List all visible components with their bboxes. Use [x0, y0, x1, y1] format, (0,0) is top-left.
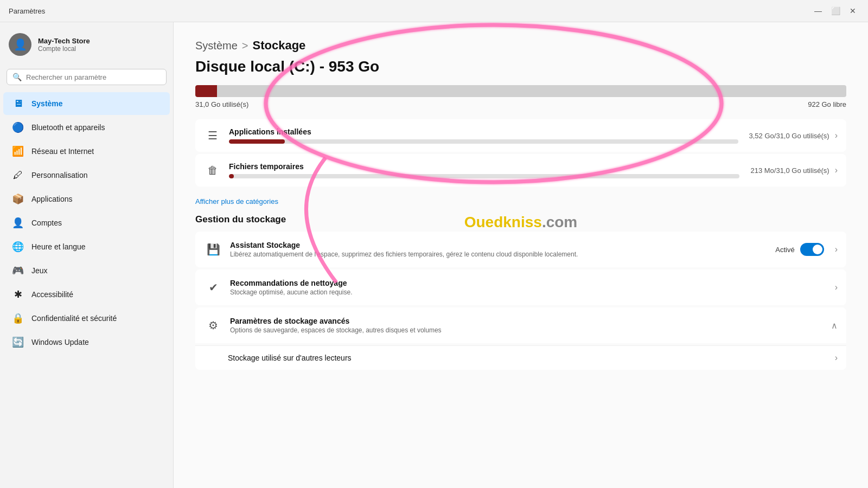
search-box[interactable]: 🔍 — [7, 69, 167, 85]
personalization-icon: 🖊 — [12, 169, 24, 181]
assistant-sub: Libérez automatiquement de l'espace, sup… — [230, 251, 775, 258]
avatar: 👤 — [9, 33, 31, 56]
sidebar-item-jeux[interactable]: 🎮 Jeux — [3, 259, 170, 282]
sidebar-item-bluetooth[interactable]: 🔵 Bluetooth et appareils — [3, 116, 170, 139]
params-avances-sub: Options de sauvegarde, espaces de stocka… — [230, 326, 826, 334]
apps-icon: 📦 — [12, 193, 24, 205]
show-more-label: Afficher plus de catégories — [195, 197, 278, 206]
recommandations-item[interactable]: ✔ Recommandations de nettoyage Stockage … — [195, 269, 846, 305]
apps-installed-bar — [229, 139, 738, 144]
sidebar-item-label: Windows Update — [31, 338, 89, 346]
update-icon: 🔄 — [12, 336, 24, 348]
maximize-button[interactable]: ⬜ — [829, 4, 842, 17]
stockage-autres-arrow: › — [835, 353, 838, 363]
assistant-text: Assistant Stockage Libérez automatiqueme… — [230, 241, 775, 258]
time-icon: 🌐 — [12, 241, 24, 253]
sidebar-item-label: Jeux — [31, 266, 48, 275]
storage-bar-labels: 31,0 Go utilisé(s) 922 Go libre — [195, 100, 846, 108]
sidebar-item-label: Applications — [31, 195, 73, 203]
sidebar-item-heure[interactable]: 🌐 Heure et langue — [3, 235, 170, 258]
show-more-link[interactable]: Afficher plus de catégories — [195, 197, 846, 206]
apps-installed-bar-fill — [229, 139, 285, 144]
temp-files-bar — [229, 174, 739, 178]
assistant-arrow: › — [835, 245, 838, 254]
page-title: Disque local (C:) - 953 Go — [195, 58, 846, 75]
storage-free-label: 922 Go libre — [808, 100, 846, 108]
gestion-title: Gestion du stockage — [195, 214, 846, 225]
stockage-autres-lecteurs-item[interactable]: Stockage utilisé sur d'autres lecteurs › — [195, 345, 846, 370]
breadcrumb-separator: > — [242, 40, 248, 52]
recommandations-title: Recommandations de nettoyage — [230, 279, 829, 287]
apps-installed-label-area: Applications installées — [229, 127, 738, 144]
sidebar: 👤 May-Tech Store Compte local 🔍 🖥 Systèm… — [0, 22, 174, 488]
privacy-icon: 🔒 — [12, 312, 24, 324]
close-button[interactable]: ✕ — [846, 4, 859, 17]
sidebar-item-access[interactable]: ✱ Accessibilité — [3, 283, 170, 306]
recommandations-sub: Stockage optimisé, aucune action requise… — [230, 288, 829, 296]
assistant-right: Activé › — [775, 243, 838, 256]
sidebar-item-label: Réseau et Internet — [31, 147, 94, 156]
assistant-title: Assistant Stockage — [230, 241, 775, 249]
accessibility-icon: ✱ — [12, 288, 24, 300]
sidebar-item-label: Heure et langue — [31, 242, 86, 251]
params-avances-item[interactable]: ⚙ Paramètres de stockage avancés Options… — [195, 307, 846, 343]
bluetooth-icon: 🔵 — [12, 121, 24, 133]
sidebar-item-label: Confidentialité et sécurité — [31, 314, 117, 323]
sidebar-item-label: Comptes — [31, 219, 62, 227]
gaming-icon: 🎮 — [12, 265, 24, 277]
sidebar-item-winupdate[interactable]: 🔄 Windows Update — [3, 331, 170, 354]
sidebar-item-label: Système — [31, 99, 63, 108]
storage-bar-inner — [195, 85, 217, 97]
storage-used-label: 31,0 Go utilisé(s) — [195, 100, 248, 108]
recommandations-icon: ✔ — [204, 278, 222, 297]
sidebar-item-perso[interactable]: 🖊 Personnalisation — [3, 164, 170, 187]
params-avances-arrow: ∧ — [831, 320, 838, 331]
search-icon: 🔍 — [12, 73, 22, 81]
assistant-icon: 💾 — [204, 240, 222, 259]
category-temp-files[interactable]: 🗑 Fichiers temporaires 213 Mo/31,0 Go ut… — [195, 154, 846, 187]
systeme-icon: 🖥 — [12, 98, 24, 110]
sidebar-item-apps[interactable]: 📦 Applications — [3, 188, 170, 210]
apps-installed-size: 3,52 Go/31,0 Go utilisé(s) — [749, 132, 829, 140]
sidebar-item-systeme[interactable]: 🖥 Système — [3, 92, 170, 115]
sidebar-item-confidentialite[interactable]: 🔒 Confidentialité et sécurité — [3, 307, 170, 330]
search-input[interactable] — [26, 73, 161, 81]
user-sub: Compte local — [38, 45, 90, 53]
temp-files-icon: 🗑 — [204, 162, 221, 179]
breadcrumb-current: Stockage — [253, 38, 306, 53]
app-title: Paramètres — [9, 7, 45, 15]
apps-installed-arrow: › — [835, 131, 838, 140]
storage-bar-outer — [195, 85, 846, 97]
temp-files-label: Fichiers temporaires — [229, 162, 739, 171]
breadcrumb: Système > Stockage — [195, 38, 846, 53]
category-apps-installed[interactable]: ☰ Applications installées 3,52 Go/31,0 G… — [195, 119, 846, 152]
temp-files-arrow: › — [835, 165, 838, 175]
storage-bar-section: 31,0 Go utilisé(s) 922 Go libre — [195, 85, 846, 108]
stockage-autres-label: Stockage utilisé sur d'autres lecteurs — [228, 354, 835, 362]
recommandations-text: Recommandations de nettoyage Stockage op… — [230, 279, 829, 296]
assistant-stockage-item[interactable]: 💾 Assistant Stockage Libérez automatique… — [195, 232, 846, 267]
minimize-button[interactable]: — — [812, 4, 825, 17]
accounts-icon: 👤 — [12, 217, 24, 229]
params-avances-icon: ⚙ — [204, 316, 222, 335]
breadcrumb-parent[interactable]: Système — [195, 40, 238, 52]
temp-files-size: 213 Mo/31,0 Go utilisé(s) — [750, 166, 829, 175]
apps-installed-icon: ☰ — [204, 127, 221, 144]
sidebar-item-label: Personnalisation — [31, 171, 88, 179]
sidebar-item-comptes[interactable]: 👤 Comptes — [3, 211, 170, 234]
params-avances-text: Paramètres de stockage avancés Options d… — [230, 317, 826, 334]
recommandations-arrow: › — [835, 282, 838, 292]
window-controls: — ⬜ ✕ — [812, 4, 859, 17]
user-name: May-Tech Store — [38, 37, 90, 45]
temp-files-label-area: Fichiers temporaires — [229, 162, 739, 178]
user-section: 👤 May-Tech Store Compte local — [0, 22, 173, 65]
params-avances-title: Paramètres de stockage avancés — [230, 317, 826, 325]
user-info: May-Tech Store Compte local — [38, 37, 90, 53]
assistant-status: Activé — [775, 246, 794, 254]
apps-installed-label: Applications installées — [229, 127, 738, 136]
network-icon: 📶 — [12, 145, 24, 157]
content-area: Système > Stockage Disque local (C:) - 9… — [174, 22, 868, 488]
temp-files-bar-fill — [229, 174, 234, 178]
sidebar-item-reseau[interactable]: 📶 Réseau et Internet — [3, 140, 170, 163]
assistant-toggle[interactable] — [800, 243, 824, 256]
